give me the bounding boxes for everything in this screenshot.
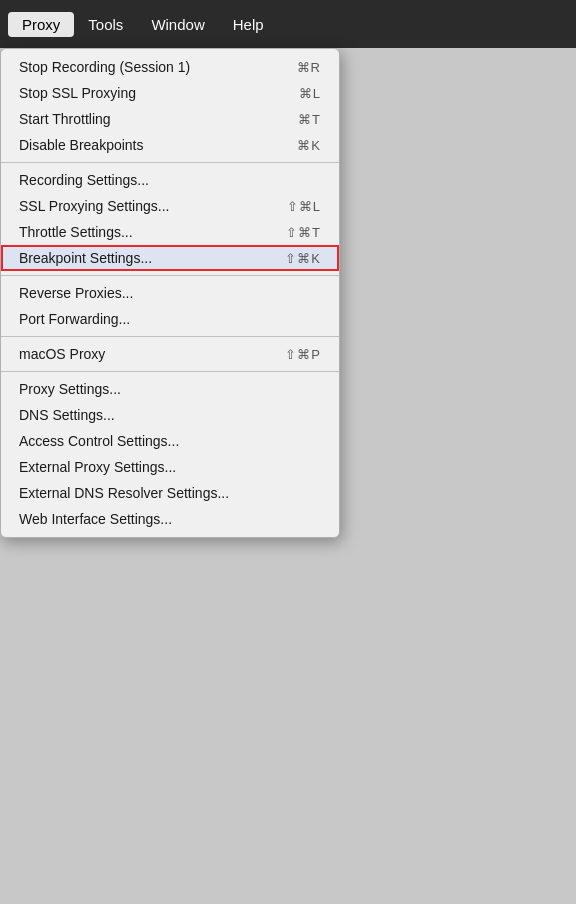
menubar-item-tools[interactable]: Tools — [74, 12, 137, 37]
menu-item-shortcut: ⇧⌘L — [287, 199, 321, 214]
separator-3 — [1, 336, 339, 337]
menubar-item-help[interactable]: Help — [219, 12, 278, 37]
menu-item-shortcut: ⇧⌘K — [285, 251, 321, 266]
menu-item-shortcut: ⇧⌘T — [286, 225, 321, 240]
menu-item-port-forwarding[interactable]: Port Forwarding... — [1, 306, 339, 332]
menu-item-label: Access Control Settings... — [19, 433, 179, 449]
menu-item-label: Port Forwarding... — [19, 311, 130, 327]
menu-item-label: External DNS Resolver Settings... — [19, 485, 229, 501]
menu-item-dns-settings[interactable]: DNS Settings... — [1, 402, 339, 428]
proxy-dropdown-menu: Stop Recording (Session 1) ⌘R Stop SSL P… — [0, 48, 340, 538]
menu-item-macos-proxy[interactable]: macOS Proxy ⇧⌘P — [1, 341, 339, 367]
menu-item-label: SSL Proxying Settings... — [19, 198, 169, 214]
menu-item-start-throttling[interactable]: Start Throttling ⌘T — [1, 106, 339, 132]
menu-item-label: Web Interface Settings... — [19, 511, 172, 527]
menu-item-recording-settings[interactable]: Recording Settings... — [1, 167, 339, 193]
menu-item-breakpoint-settings[interactable]: Breakpoint Settings... ⇧⌘K — [1, 245, 339, 271]
menubar-item-proxy[interactable]: Proxy — [8, 12, 74, 37]
menu-item-shortcut: ⌘T — [298, 112, 321, 127]
menu-item-label: Disable Breakpoints — [19, 137, 144, 153]
menu-item-stop-recording[interactable]: Stop Recording (Session 1) ⌘R — [1, 54, 339, 80]
menubar-item-window[interactable]: Window — [137, 12, 218, 37]
menu-item-label: Start Throttling — [19, 111, 111, 127]
menu-item-shortcut: ⌘L — [299, 86, 321, 101]
menu-item-external-proxy-settings[interactable]: External Proxy Settings... — [1, 454, 339, 480]
menu-item-label: macOS Proxy — [19, 346, 105, 362]
menu-item-proxy-settings[interactable]: Proxy Settings... — [1, 376, 339, 402]
menu-item-label: Stop Recording (Session 1) — [19, 59, 190, 75]
menu-item-shortcut: ⇧⌘P — [285, 347, 321, 362]
menu-item-label: Proxy Settings... — [19, 381, 121, 397]
menu-bar: Proxy Tools Window Help — [0, 0, 576, 48]
menu-item-ssl-proxying-settings[interactable]: SSL Proxying Settings... ⇧⌘L — [1, 193, 339, 219]
menu-item-label: Stop SSL Proxying — [19, 85, 136, 101]
menu-item-reverse-proxies[interactable]: Reverse Proxies... — [1, 280, 339, 306]
menu-item-access-control-settings[interactable]: Access Control Settings... — [1, 428, 339, 454]
menu-item-label: DNS Settings... — [19, 407, 115, 423]
menu-item-external-dns-resolver[interactable]: External DNS Resolver Settings... — [1, 480, 339, 506]
menu-item-label: External Proxy Settings... — [19, 459, 176, 475]
menu-item-shortcut: ⌘K — [297, 138, 321, 153]
menu-item-web-interface-settings[interactable]: Web Interface Settings... — [1, 506, 339, 532]
menu-item-disable-breakpoints[interactable]: Disable Breakpoints ⌘K — [1, 132, 339, 158]
separator-4 — [1, 371, 339, 372]
menu-item-label: Breakpoint Settings... — [19, 250, 152, 266]
menu-item-stop-ssl[interactable]: Stop SSL Proxying ⌘L — [1, 80, 339, 106]
menu-item-label: Recording Settings... — [19, 172, 149, 188]
separator-1 — [1, 162, 339, 163]
menu-item-shortcut: ⌘R — [297, 60, 321, 75]
separator-2 — [1, 275, 339, 276]
menu-item-throttle-settings[interactable]: Throttle Settings... ⇧⌘T — [1, 219, 339, 245]
menu-item-label: Reverse Proxies... — [19, 285, 133, 301]
menu-item-label: Throttle Settings... — [19, 224, 133, 240]
